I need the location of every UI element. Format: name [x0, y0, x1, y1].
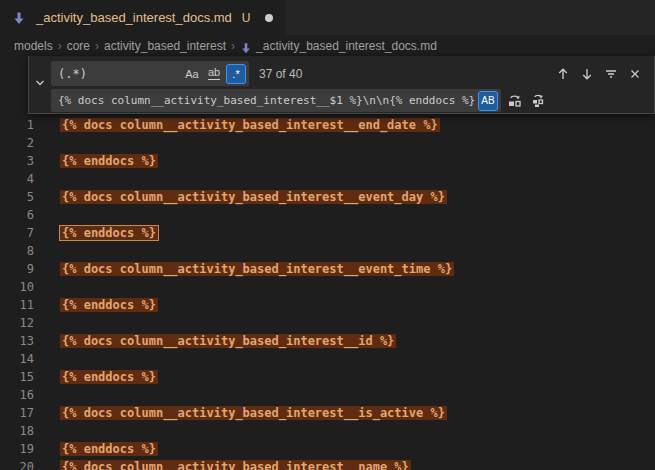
line-number: 9 — [0, 262, 38, 276]
replace-button[interactable] — [503, 90, 525, 112]
whole-word-toggle[interactable]: ab — [204, 64, 224, 84]
line-number: 11 — [0, 298, 38, 312]
preserve-case-toggle[interactable]: AB — [478, 91, 498, 111]
code-line[interactable]: 20 {% docs column__activity_based_intere… — [0, 458, 655, 470]
line-number: 7 — [0, 226, 38, 240]
breadcrumb-separator-icon: › — [231, 39, 235, 53]
code-line[interactable]: 14 — [0, 350, 655, 368]
code-line[interactable]: 11 {% enddocs %} — [0, 296, 655, 314]
code-line[interactable]: 16 — [0, 386, 655, 404]
code-line[interactable]: 18 — [0, 422, 655, 440]
line-number: 12 — [0, 316, 38, 330]
previous-match-button[interactable] — [552, 63, 574, 85]
line-number: 15 — [0, 370, 38, 384]
find-match[interactable]: {% enddocs %} — [60, 298, 158, 312]
replace-all-button[interactable] — [527, 90, 549, 112]
code-line[interactable]: 10 — [0, 278, 655, 296]
find-match[interactable]: {% docs column__activity_based_interest_… — [60, 118, 440, 132]
line-number: 10 — [0, 280, 38, 294]
regex-toggle[interactable]: .* — [226, 64, 246, 84]
line-number: 1 — [0, 118, 38, 132]
line-number: 8 — [0, 244, 38, 258]
replace-input[interactable]: {% docs column__activity_based_interest_… — [51, 89, 501, 112]
match-case-toggle[interactable]: Aa — [182, 64, 202, 84]
breadcrumb-item[interactable]: _activity_based_interest_docs.md — [256, 39, 437, 53]
line-number: 19 — [0, 442, 38, 456]
replace-value: {% docs column__activity_based_interest_… — [58, 94, 476, 107]
replace-all-icon — [531, 93, 546, 108]
line-number: 2 — [0, 136, 38, 150]
close-icon — [628, 67, 642, 81]
editor-tab[interactable]: _activity_based_interest_docs.md U — [0, 0, 285, 35]
tab-bar: _activity_based_interest_docs.md U — [0, 0, 655, 35]
find-match[interactable]: {% enddocs %} — [60, 442, 158, 456]
replace-icon — [507, 93, 522, 108]
toggle-replace-button[interactable] — [29, 56, 51, 113]
find-match[interactable]: {% enddocs %} — [60, 226, 158, 240]
breadcrumb: models›core›activity_based_interest› _ac… — [0, 35, 655, 57]
line-number: 5 — [0, 190, 38, 204]
find-in-selection-button[interactable] — [600, 63, 622, 85]
unsaved-changes-icon[interactable] — [265, 14, 273, 22]
breadcrumb-item[interactable]: core — [67, 39, 90, 53]
find-match[interactable]: {% enddocs %} — [60, 154, 158, 168]
markdown-file-icon — [12, 11, 26, 25]
code-line[interactable]: 8 — [0, 242, 655, 260]
filter-icon — [604, 67, 618, 81]
arrow-down-icon — [580, 67, 594, 81]
editor-content: 1 {% docs column__activity_based_interes… — [0, 116, 655, 470]
find-input[interactable]: (.*) Aa ab .* — [51, 61, 249, 86]
line-number: 14 — [0, 352, 38, 366]
find-match[interactable]: {% docs column__activity_based_interest_… — [60, 190, 447, 204]
code-line[interactable]: 19 {% enddocs %} — [0, 440, 655, 458]
code-line[interactable]: 17 {% docs column__activity_based_intere… — [0, 404, 655, 422]
arrow-up-icon — [556, 67, 570, 81]
code-line[interactable]: 1 {% docs column__activity_based_interes… — [0, 116, 655, 134]
line-number: 3 — [0, 154, 38, 168]
find-query: (.*) — [58, 67, 180, 81]
code-line[interactable]: 3 {% enddocs %} — [0, 152, 655, 170]
line-number: 18 — [0, 424, 38, 438]
line-number: 6 — [0, 208, 38, 222]
code-line[interactable]: 2 — [0, 134, 655, 152]
code-line[interactable]: 4 — [0, 170, 655, 188]
code-line[interactable]: 13 {% docs column__activity_based_intere… — [0, 332, 655, 350]
breadcrumb-separator-icon: › — [58, 39, 62, 53]
find-match[interactable]: {% docs column__activity_based_interest_… — [60, 460, 411, 470]
find-match[interactable]: {% docs column__activity_based_interest_… — [60, 334, 396, 348]
code-line[interactable]: 5 {% docs column__activity_based_interes… — [0, 188, 655, 206]
code-line[interactable]: 6 — [0, 206, 655, 224]
code-line[interactable]: 15 {% enddocs %} — [0, 368, 655, 386]
find-match[interactable]: {% docs column__activity_based_interest_… — [60, 406, 447, 420]
line-number: 16 — [0, 388, 38, 402]
code-line[interactable]: 12 — [0, 314, 655, 332]
breadcrumb-item[interactable]: activity_based_interest — [104, 39, 226, 53]
chevron-down-icon — [33, 76, 47, 94]
breadcrumb-item[interactable]: models — [14, 39, 53, 53]
line-number: 4 — [0, 172, 38, 186]
next-match-button[interactable] — [576, 63, 598, 85]
code-line[interactable]: 7 {% enddocs %} — [0, 224, 655, 242]
markdown-file-icon — [240, 42, 252, 54]
find-match[interactable]: {% enddocs %} — [60, 370, 158, 384]
git-status-badge: U — [242, 11, 251, 25]
tab-filename: _activity_based_interest_docs.md — [36, 10, 232, 25]
code-line[interactable]: 9 {% docs column__activity_based_interes… — [0, 260, 655, 278]
find-replace-widget: (.*) Aa ab .* 37 of 40 — [28, 56, 655, 114]
line-number: 17 — [0, 406, 38, 420]
find-match[interactable]: {% docs column__activity_based_interest_… — [60, 262, 454, 276]
breadcrumb-separator-icon: › — [95, 39, 99, 53]
match-count: 37 of 40 — [259, 67, 302, 81]
close-find-widget-button[interactable] — [624, 63, 646, 85]
line-number: 20 — [0, 460, 38, 470]
line-number: 13 — [0, 334, 38, 348]
